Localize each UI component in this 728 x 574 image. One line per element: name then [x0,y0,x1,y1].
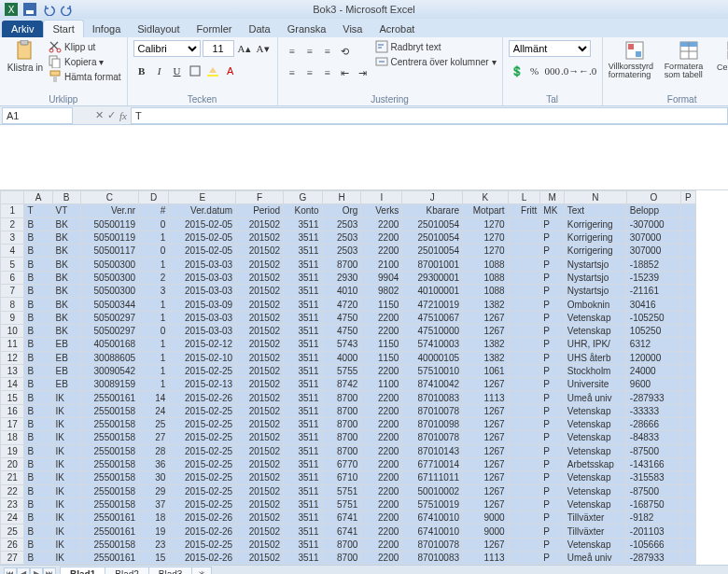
cell[interactable]: B [24,511,52,525]
cell[interactable]: 8700 [322,431,361,444]
cell[interactable]: 2015-02-25 [169,471,236,484]
paste-button[interactable]: Klistra in [6,40,45,73]
cell[interactable]: Vetenskap [564,404,626,417]
cell[interactable] [680,338,695,351]
cell[interactable]: 1 [139,298,169,311]
cell[interactable]: 8700 [322,418,361,431]
cell[interactable]: B [24,538,52,551]
cell[interactable]: EB [52,338,80,351]
sheet-tab-3[interactable]: Blad3 [148,567,193,574]
cell[interactable]: B [24,338,52,351]
cell[interactable]: P [540,525,564,538]
cell[interactable]: B [24,552,52,565]
cell[interactable]: 3511 [284,431,323,444]
cell[interactable] [508,484,540,497]
decrease-indent-button[interactable]: ⇤ [337,64,354,81]
cell[interactable]: -287933 [626,391,680,404]
cell[interactable]: -87500 [626,484,680,497]
cell[interactable] [508,285,540,298]
cell[interactable]: 25500161 [80,511,138,525]
cell[interactable]: EB [52,351,80,364]
cell[interactable] [680,324,695,337]
cell[interactable]: 8700 [322,444,361,457]
cell[interactable]: 201502 [236,525,284,538]
cell[interactable] [508,364,540,377]
cell[interactable]: 201502 [236,497,284,511]
col-header[interactable]: M [540,191,564,204]
cell[interactable]: Kbarare [402,204,463,217]
cell[interactable]: 3511 [284,324,323,337]
sheet-tab-1[interactable]: Blad1 [60,567,105,574]
redo-icon[interactable] [60,2,75,17]
cell[interactable]: 25500158 [80,484,138,497]
cell[interactable]: 6710 [322,471,361,484]
cell[interactable]: B [24,431,52,444]
cell[interactable]: 2015-02-26 [169,552,236,565]
cell[interactable]: 2015-02-25 [169,484,236,497]
cell[interactable]: VT [52,204,80,217]
cell[interactable]: 5751 [322,497,361,511]
cell[interactable]: B [24,497,52,511]
cell[interactable]: 50500344 [80,298,138,311]
cell[interactable]: P [540,298,564,311]
currency-button[interactable]: 💲 [509,63,525,79]
cell[interactable]: Vetenskap [564,471,626,484]
cell[interactable]: 0 [139,217,169,231]
cell[interactable]: IK [52,391,80,404]
cell[interactable]: Konto [284,204,323,217]
cell[interactable]: IK [52,497,80,511]
cell[interactable]: 0 [139,245,169,258]
cell[interactable] [680,351,695,364]
cell[interactable]: 3511 [284,338,323,351]
cell[interactable]: EB [52,364,80,377]
row-header[interactable]: 4 [1,245,24,258]
fx-icon[interactable]: fx [119,110,127,121]
cell[interactable]: 1267 [463,311,509,324]
col-header[interactable]: G [284,191,323,204]
cell[interactable]: 120000 [626,351,680,364]
cell[interactable]: 2015-03-09 [169,298,236,311]
cell[interactable]: 2015-02-05 [169,217,236,231]
cell[interactable]: 105250 [626,324,680,337]
tab-sidlayout[interactable]: Sidlayout [129,21,188,37]
cell[interactable]: 25500158 [80,444,138,457]
cell[interactable]: 50500300 [80,271,138,284]
cell[interactable]: Korrigering [564,217,626,231]
cell[interactable]: 14 [139,391,169,404]
row-header[interactable]: 22 [1,484,24,497]
cell[interactable]: P [540,231,564,244]
cell[interactable]: IK [52,444,80,457]
row-header[interactable]: 1 [1,204,24,217]
cell[interactable] [508,338,540,351]
cell[interactable]: 1267 [463,404,509,417]
cell[interactable]: EB [52,378,80,391]
cell[interactable]: 3511 [284,457,323,470]
cell[interactable]: 27 [139,431,169,444]
cell[interactable]: Umeå univ [564,391,626,404]
cell[interactable]: B [24,285,52,298]
align-top-button[interactable]: ≡ [284,43,301,60]
cell[interactable]: P [540,418,564,431]
cell[interactable]: 2200 [361,245,402,258]
cell[interactable]: 2015-02-26 [169,525,236,538]
cell[interactable]: -87500 [626,444,680,457]
cell[interactable]: 4750 [322,324,361,337]
cell[interactable]: 201502 [236,338,284,351]
cell[interactable]: 1061 [463,364,509,377]
col-header[interactable]: N [564,191,626,204]
cell[interactable]: 3511 [284,511,323,525]
cell[interactable]: 5743 [322,338,361,351]
cell[interactable] [680,538,695,551]
cell[interactable] [680,511,695,525]
cell[interactable]: 37 [139,497,169,511]
cell[interactable] [508,258,540,271]
cell[interactable] [508,378,540,391]
cell[interactable]: 3511 [284,538,323,551]
cell[interactable]: 3511 [284,311,323,324]
cell[interactable]: Verks [361,204,402,217]
cell[interactable]: -315583 [626,471,680,484]
tab-acrobat[interactable]: Acrobat [371,21,423,37]
merge-center-button[interactable]: Centrera över kolumner ▾ [375,55,497,68]
cell[interactable]: 3511 [284,351,323,364]
cell[interactable]: 67410010 [402,525,463,538]
